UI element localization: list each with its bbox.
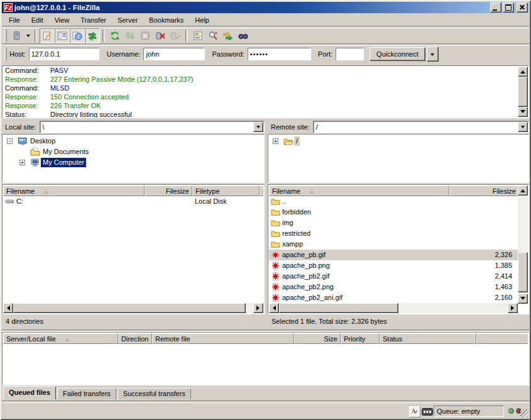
remote-vertical-scrollbar[interactable]	[518, 185, 528, 304]
scroll-up-button[interactable]	[518, 67, 528, 77]
refresh-button[interactable]	[107, 28, 123, 43]
column-header-status[interactable]: Status	[380, 333, 476, 344]
directory-comparison-icon	[223, 31, 233, 41]
directory-comparison-button[interactable]	[221, 28, 236, 43]
indicator-badge-icon[interactable]	[422, 408, 433, 416]
scroll-down-button[interactable]	[518, 294, 528, 304]
tree-item-label[interactable]: My Documents	[41, 147, 90, 157]
quickconnect-dropdown-button[interactable]	[427, 47, 439, 62]
column-header-filename[interactable]: Filename	[269, 185, 449, 196]
quickconnect-button[interactable]: Quickconnect	[370, 47, 425, 61]
scrollbar-thumb[interactable]	[518, 252, 528, 292]
scroll-right-button[interactable]	[508, 303, 518, 313]
tree-item-desktop[interactable]: -Desktop	[3, 136, 264, 146]
file-row-apachepb2gif[interactable]: apache_pb2.gif2,414	[269, 271, 518, 282]
column-header-size[interactable]: Size	[294, 333, 341, 344]
port-input[interactable]	[336, 48, 363, 60]
scroll-right-button[interactable]	[253, 303, 263, 313]
expand-icon[interactable]: +	[273, 138, 278, 144]
file-row-restricted[interactable]: restricted	[269, 228, 518, 239]
column-header-filename[interactable]: Filename	[3, 185, 145, 196]
minimize-button[interactable]	[490, 3, 501, 13]
file-row-xampp[interactable]: xampp	[269, 239, 518, 250]
file-row-apachepb2anigif[interactable]: apache_pb2_ani.gif2,160	[269, 292, 518, 302]
message-log-toggle-button[interactable]	[40, 28, 55, 43]
scrollbar-thumb[interactable]	[518, 77, 528, 107]
remote-list-header: FilenameFilesize	[269, 185, 518, 196]
filter-button[interactable]	[190, 28, 205, 43]
disconnect-button[interactable]	[153, 28, 168, 43]
column-header-filetype[interactable]: Filetype	[192, 185, 260, 196]
column-header-priority[interactable]: Priority	[341, 333, 380, 344]
tree-item-label[interactable]: Desktop	[28, 136, 57, 146]
titlebar[interactable]: Fz john@127.0.0.1 - FileZilla	[2, 2, 529, 13]
file-row-c[interactable]: C:Local Disk	[3, 196, 263, 207]
tab-queued-files[interactable]: Queued files	[3, 386, 56, 399]
site-manager-dropdown-button[interactable]	[25, 28, 32, 43]
scroll-up-button[interactable]	[518, 185, 528, 196]
log-scrollbar[interactable]	[518, 67, 528, 117]
tab-failed-transfers[interactable]: Failed transfers	[57, 388, 116, 399]
column-header-remote-file[interactable]: Remote file	[152, 333, 294, 344]
maximize-button[interactable]	[503, 3, 514, 13]
collapse-icon[interactable]: -	[7, 138, 13, 144]
remote-site-dropdown-button[interactable]	[518, 122, 528, 132]
column-header-server-local-file[interactable]: Server/Local file	[3, 333, 118, 344]
resize-grip[interactable]	[520, 409, 528, 417]
scrollbar-thumb[interactable]	[13, 303, 246, 313]
file-row-[interactable]: ..	[269, 196, 518, 207]
toolbar-gripper[interactable]	[4, 30, 7, 42]
scrollbar-thumb[interactable]	[279, 303, 398, 313]
scroll-down-button[interactable]	[518, 107, 528, 117]
menu-bookmarks[interactable]: Bookmarks	[143, 15, 189, 25]
menu-transfer[interactable]: Transfer	[75, 15, 112, 25]
password-input[interactable]	[248, 48, 310, 60]
scroll-left-button[interactable]	[269, 303, 279, 313]
synchronized-browsing-button[interactable]	[236, 28, 251, 43]
tab-successful-transfers[interactable]: Successful transfers	[118, 388, 191, 399]
menu-file[interactable]: File	[3, 15, 26, 25]
remote-horizontal-scrollbar[interactable]	[269, 303, 518, 313]
menu-view[interactable]: View	[49, 15, 75, 25]
ascii-datatype-icon[interactable]: A	[409, 406, 420, 417]
menu-edit[interactable]: Edit	[26, 15, 49, 25]
scroll-left-button[interactable]	[3, 303, 13, 313]
cancel-operation-button[interactable]	[138, 28, 153, 43]
toolbar-gripper[interactable]	[4, 48, 7, 60]
process-queue-button[interactable]	[123, 28, 138, 43]
file-search-button[interactable]	[205, 28, 221, 43]
expand-icon[interactable]: +	[19, 160, 25, 165]
local-horizontal-scrollbar[interactable]	[3, 303, 263, 313]
close-button[interactable]	[517, 3, 528, 13]
tree-item-label[interactable]: /	[294, 136, 300, 146]
remote-tree-toggle-button[interactable]	[70, 28, 85, 43]
file-row-forbidden[interactable]: forbidden	[269, 207, 518, 218]
column-header-label: Filesize	[493, 187, 516, 195]
tree-item-my-documents[interactable]: My Documents	[3, 146, 264, 157]
host-input[interactable]	[30, 48, 99, 60]
tree-item-label[interactable]: My Computer	[41, 158, 86, 167]
menu-help[interactable]: Help	[189, 15, 215, 25]
file-row-apachepb2png[interactable]: apache_pb2.png1,463	[269, 282, 518, 292]
column-header-last-modified[interactable]: Last modified	[260, 185, 263, 196]
menu-server[interactable]: Server	[112, 15, 143, 25]
username-input[interactable]	[144, 48, 204, 60]
local-tree-toggle-button[interactable]	[55, 28, 70, 43]
site-manager-button[interactable]	[9, 28, 25, 43]
column-header-filesize[interactable]: Filesize	[145, 185, 192, 196]
filezilla-app-icon[interactable]: Fz	[4, 3, 13, 12]
remote-site-combo[interactable]: /	[313, 121, 529, 133]
file-row-apachepbpng[interactable]: apache_pb.png1,385	[269, 260, 518, 271]
column-header-filesize[interactable]: Filesize	[449, 185, 518, 196]
file-row-apachepbgif[interactable]: apache_pb.gif2,326	[269, 250, 518, 260]
tree-item-/[interactable]: +/	[268, 136, 528, 146]
local-site-dropdown-button[interactable]	[253, 122, 263, 132]
local-site-combo[interactable]: \	[40, 121, 265, 133]
transfer-queue-toggle-button[interactable]	[85, 28, 100, 43]
reconnect-button[interactable]	[168, 28, 183, 43]
tree-item-my-computer[interactable]: +My Computer	[3, 157, 264, 168]
refresh-icon	[110, 31, 120, 41]
column-header-direction[interactable]: Direction	[118, 333, 152, 344]
file-row-img[interactable]: img	[269, 218, 518, 228]
column-header-filler[interactable]	[476, 333, 528, 344]
